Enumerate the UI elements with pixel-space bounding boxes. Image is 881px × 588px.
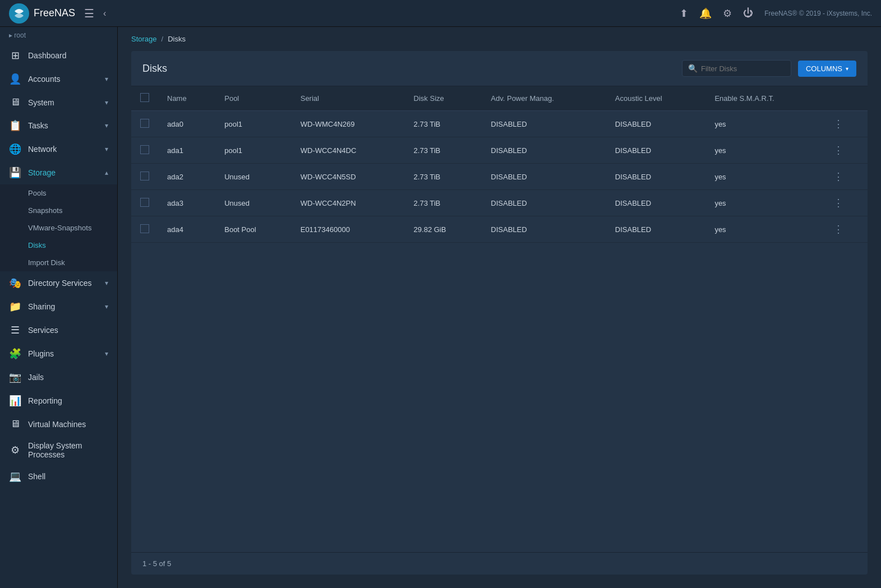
row-checkbox-2[interactable]: [140, 172, 149, 180]
sidebar-label-display-system-processes: Display System Processes: [28, 441, 108, 459]
row-name-4: ada4: [158, 216, 215, 243]
row-size-3: 2.73 TiB: [405, 190, 482, 216]
sidebar-item-tasks[interactable]: 📋 Tasks ▾: [0, 114, 117, 137]
row-serial-2: WD-WCC4N5SD: [292, 164, 405, 190]
hamburger-menu-icon[interactable]: ☰: [84, 7, 94, 20]
row-smart-4: yes: [705, 216, 824, 243]
row-more-icon-3[interactable]: ⋮: [833, 197, 843, 209]
table-row: ada4 Boot Pool E01173460000 29.82 GiB DI…: [131, 216, 868, 243]
column-actions: [824, 86, 868, 111]
directory-services-icon: 🎭: [9, 277, 21, 289]
settings-icon[interactable]: ⚙: [723, 7, 732, 20]
sidebar-item-jails[interactable]: 📷 Jails: [0, 365, 117, 389]
column-serial: Serial: [292, 86, 405, 111]
sidebar-label-plugins: Plugins: [28, 349, 54, 358]
sidebar-item-plugins[interactable]: 🧩 Plugins ▾: [0, 342, 117, 365]
sidebar-item-directory-services[interactable]: 🎭 Directory Services ▾: [0, 271, 117, 295]
row-checkbox-1[interactable]: [140, 145, 149, 154]
row-more-icon-1[interactable]: ⋮: [833, 145, 843, 156]
row-checkbox-cell: [131, 216, 158, 243]
system-icon: 🖥: [9, 96, 21, 108]
reporting-icon: 📊: [9, 395, 21, 407]
row-acoustic-0: DISABLED: [606, 111, 706, 137]
network-arrow-icon: ▾: [105, 145, 108, 153]
sidebar-label-jails: Jails: [28, 373, 44, 382]
power-icon[interactable]: ⏻: [743, 7, 753, 19]
content-area: Storage / Disks Disks 🔍 COLUMNS ▾: [118, 27, 881, 588]
chevron-left-icon[interactable]: ‹: [103, 8, 106, 18]
row-more-icon-4[interactable]: ⋮: [833, 224, 843, 235]
notification-icon[interactable]: 🔔: [699, 7, 712, 20]
topbar-right: ⬆ 🔔 ⚙ ⏻ FreeNAS® © 2019 - iXsystems, Inc…: [680, 7, 872, 20]
sharing-icon: 📁: [9, 300, 21, 313]
sidebar-item-pools[interactable]: Pools: [0, 184, 117, 202]
sidebar-item-shell[interactable]: 💻 Shell: [0, 465, 117, 488]
sidebar-item-services[interactable]: ☰ Services: [0, 318, 117, 342]
row-adv-power-2: DISABLED: [482, 164, 606, 190]
row-size-2: 2.73 TiB: [405, 164, 482, 190]
table-row: ada2 Unused WD-WCC4N5SD 2.73 TiB DISABLE…: [131, 164, 868, 190]
row-serial-1: WD-WCC4N4DC: [292, 137, 405, 164]
jails-icon: 📷: [9, 371, 21, 383]
disks-table: Name Pool Serial Disk Size Adv. Power Ma…: [131, 86, 868, 243]
sidebar-item-display-system-processes[interactable]: ⚙ Display System Processes: [0, 436, 117, 465]
row-acoustic-4: DISABLED: [606, 216, 706, 243]
filter-input[interactable]: [701, 64, 785, 73]
sidebar-item-snapshots[interactable]: Snapshots: [0, 202, 117, 219]
row-name-3: ada3: [158, 190, 215, 216]
row-pool-4: Boot Pool: [215, 216, 291, 243]
sidebar-item-dashboard[interactable]: ⊞ Dashboard: [0, 44, 117, 67]
row-checkbox-cell: [131, 190, 158, 216]
sidebar-label-tasks: Tasks: [28, 121, 48, 130]
sidebar-label-sharing: Sharing: [28, 302, 55, 311]
row-actions-1: ⋮: [824, 137, 868, 164]
column-acoustic: Acoustic Level: [606, 86, 706, 111]
row-more-icon-2[interactable]: ⋮: [833, 171, 843, 182]
sidebar-item-network[interactable]: 🌐 Network ▾: [0, 137, 117, 161]
plugins-arrow-icon: ▾: [105, 350, 108, 358]
card-title: Disks: [142, 63, 167, 75]
tasks-arrow-icon: ▾: [105, 122, 108, 129]
topbar: FreeNAS ☰ ‹ ⬆ 🔔 ⚙ ⏻ FreeNAS® © 2019 - iX…: [0, 0, 881, 27]
directory-services-arrow-icon: ▾: [105, 279, 108, 287]
sidebar: ▸ root ⊞ Dashboard 👤 Accounts ▾ 🖥 System…: [0, 27, 118, 588]
sidebar-item-virtual-machines[interactable]: 🖥 Virtual Machines: [0, 413, 117, 436]
sidebar-label-system: System: [28, 98, 54, 107]
row-name-0: ada0: [158, 111, 215, 137]
sidebar-item-disks[interactable]: Disks: [0, 237, 117, 254]
row-pool-3: Unused: [215, 190, 291, 216]
version-text: FreeNAS® © 2019 - iXsystems, Inc.: [764, 10, 872, 17]
sidebar-item-storage[interactable]: 💾 Storage ▴: [0, 161, 117, 184]
breadcrumb: Storage / Disks: [118, 27, 881, 51]
storage-arrow-icon: ▴: [105, 169, 108, 177]
sidebar-item-sharing[interactable]: 📁 Sharing ▾: [0, 295, 117, 318]
row-checkbox-0[interactable]: [140, 119, 149, 128]
table-row: ada1 pool1 WD-WCC4N4DC 2.73 TiB DISABLED…: [131, 137, 868, 164]
row-checkbox-4[interactable]: [140, 224, 149, 233]
accounts-arrow-icon: ▾: [105, 75, 108, 83]
row-serial-4: E01173460000: [292, 216, 405, 243]
breadcrumb-parent[interactable]: Storage: [131, 35, 157, 43]
row-size-1: 2.73 TiB: [405, 137, 482, 164]
row-adv-power-3: DISABLED: [482, 190, 606, 216]
columns-button[interactable]: COLUMNS ▾: [798, 61, 856, 77]
row-checkbox-3[interactable]: [140, 198, 149, 207]
filter-box[interactable]: 🔍: [682, 60, 791, 77]
columns-dropdown-icon: ▾: [846, 66, 848, 72]
sidebar-item-reporting[interactable]: 📊 Reporting: [0, 389, 117, 413]
card-header: Disks 🔍 COLUMNS ▾: [131, 51, 868, 86]
upload-icon[interactable]: ⬆: [680, 7, 688, 20]
sidebar-item-system[interactable]: 🖥 System ▾: [0, 91, 117, 114]
plugins-icon: 🧩: [9, 348, 21, 360]
row-more-icon-0[interactable]: ⋮: [833, 118, 843, 129]
sidebar-item-import-disk[interactable]: Import Disk: [0, 254, 117, 271]
sidebar-label-storage: Storage: [28, 168, 56, 177]
virtual-machines-icon: 🖥: [9, 418, 21, 430]
sidebar-item-accounts[interactable]: 👤 Accounts ▾: [0, 67, 117, 91]
row-size-0: 2.73 TiB: [405, 111, 482, 137]
column-select: [131, 86, 158, 111]
topbar-left: FreeNAS ☰ ‹: [9, 3, 106, 24]
select-all-checkbox[interactable]: [140, 93, 149, 102]
sidebar-item-vmware-snapshots[interactable]: VMware-Snapshots: [0, 219, 117, 237]
main-layout: ▸ root ⊞ Dashboard 👤 Accounts ▾ 🖥 System…: [0, 27, 881, 588]
